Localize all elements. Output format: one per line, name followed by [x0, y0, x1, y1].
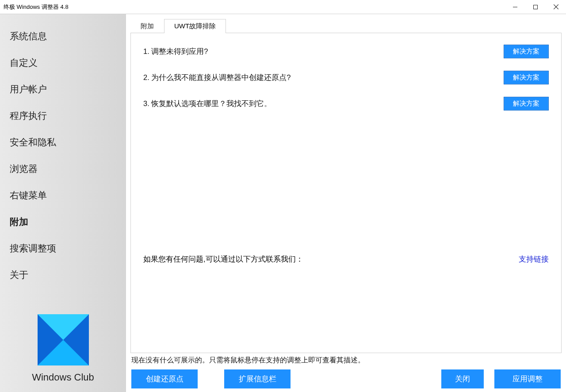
question-row-3: 3. 恢复默认选项在哪里？我找不到它。 解决方案: [143, 97, 549, 110]
sidebar-item-system-info[interactable]: 系统信息: [0, 23, 126, 49]
sidebar-item-additional[interactable]: 附加: [0, 209, 126, 235]
sidebar-item-search-tweaks[interactable]: 搜索调整项: [0, 235, 126, 262]
contact-row: 如果您有任何问题,可以通过以下方式联系我们： 支持链接: [143, 255, 549, 264]
create-restore-point-button[interactable]: 创建还原点: [131, 369, 198, 388]
sidebar-item-customize[interactable]: 自定义: [0, 49, 126, 76]
tab-uwt-troubleshoot[interactable]: UWT故障排除: [164, 19, 226, 33]
footer-button-bar: 创建还原点 扩展信息栏 关闭 应用调整: [130, 369, 562, 389]
tab-panel: 1. 调整未得到应用? 解决方案 2. 为什么我不能直接从调整器中创建还原点? …: [130, 33, 562, 353]
status-bar-text: 现在没有什么可展示的。只需将鼠标悬停在支持的调整上即可查看其描述。: [130, 353, 562, 369]
solution-button-1[interactable]: 解决方案: [504, 45, 549, 58]
windows-club-logo-icon: [38, 314, 89, 365]
close-app-button[interactable]: 关闭: [441, 369, 484, 388]
tab-strip: 附加 UWT故障排除: [130, 19, 562, 33]
close-button[interactable]: [546, 0, 566, 14]
sidebar-item-browser[interactable]: 浏览器: [0, 156, 126, 182]
sidebar-item-user-accounts[interactable]: 用户帐户: [0, 76, 126, 103]
question-1-text: 1. 调整未得到应用?: [143, 47, 208, 57]
question-3-text: 3. 恢复默认选项在哪里？我找不到它。: [143, 99, 272, 109]
tab-additional[interactable]: 附加: [130, 19, 164, 33]
support-link[interactable]: 支持链接: [519, 255, 549, 264]
question-row-2: 2. 为什么我不能直接从调整器中创建还原点? 解决方案: [143, 71, 549, 84]
question-row-1: 1. 调整未得到应用? 解决方案: [143, 45, 549, 58]
minimize-button[interactable]: [505, 0, 525, 14]
contact-text: 如果您有任何问题,可以通过以下方式联系我们：: [143, 255, 303, 264]
sidebar-item-about[interactable]: 关于: [0, 262, 126, 288]
brand-block: Windows Club: [0, 314, 126, 392]
expand-info-bar-button[interactable]: 扩展信息栏: [224, 369, 291, 388]
maximize-button[interactable]: [525, 0, 546, 14]
title-bar: 终极 Windows 调整器 4.8: [0, 0, 566, 14]
main-area: 附加 UWT故障排除 1. 调整未得到应用? 解决方案 2. 为什么我不能直接从…: [126, 14, 566, 392]
sidebar-item-program-exec[interactable]: 程序执行: [0, 103, 126, 129]
solution-button-2[interactable]: 解决方案: [504, 71, 549, 84]
sidebar-item-security-privacy[interactable]: 安全和隐私: [0, 129, 126, 156]
sidebar-item-context-menu[interactable]: 右键菜单: [0, 182, 126, 209]
solution-button-3[interactable]: 解决方案: [504, 97, 549, 110]
svg-rect-1: [534, 5, 538, 9]
window-controls: [505, 0, 566, 14]
question-2-text: 2. 为什么我不能直接从调整器中创建还原点?: [143, 73, 291, 83]
sidebar: 系统信息 自定义 用户帐户 程序执行 安全和隐私 浏览器 右键菜单 附加 搜索调…: [0, 14, 126, 392]
brand-text: Windows Club: [32, 372, 94, 383]
window-title: 终极 Windows 调整器 4.8: [4, 3, 69, 11]
apply-tweaks-button[interactable]: 应用调整: [494, 369, 561, 388]
